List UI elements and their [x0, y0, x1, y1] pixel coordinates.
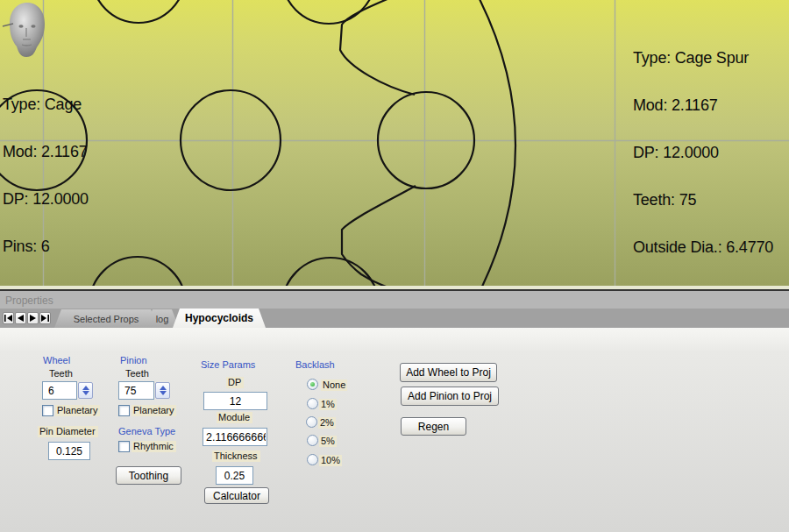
wheel-group-label: Wheel	[43, 355, 70, 365]
spin-down-icon[interactable]	[82, 391, 89, 395]
tab-scroll-prev-button[interactable]	[15, 312, 26, 324]
backlash-10pct-radio[interactable]	[307, 454, 318, 465]
wheel-planetary-checkbox[interactable]	[42, 405, 53, 416]
pinion-teeth-stepper[interactable]	[155, 382, 170, 399]
wheel-teeth-stepper[interactable]	[78, 382, 93, 399]
panel-title: Properties	[5, 294, 53, 307]
add-pinion-to-proj-button[interactable]: Add Pinion to Proj	[401, 387, 499, 406]
wheel-teeth-input[interactable]	[42, 381, 77, 400]
pinion-group-label: Pinion	[120, 355, 147, 365]
tab-bar: Selected Props log Hypocycloids	[0, 309, 789, 328]
backlash-1pct-label: 1%	[319, 399, 337, 410]
pinion-planetary-checkbox[interactable]	[118, 405, 130, 416]
backlash-5pct-radio[interactable]	[307, 435, 318, 446]
dp-label: DP	[226, 377, 244, 388]
tab-scroll-next-button[interactable]	[27, 312, 39, 324]
pinion-teeth-label: Teeth	[125, 368, 149, 379]
gear-drawing-canvas[interactable]: Type: Cage Mod: 2.1167 DP: 12.0000 Pins:…	[0, 0, 789, 286]
spin-down-icon[interactable]	[160, 391, 167, 395]
info-line: Pins: 6	[3, 238, 143, 254]
info-line: Mod: 2.1167	[3, 144, 143, 160]
properties-panel-header: Properties	[0, 291, 789, 309]
tab-scroll-last-button[interactable]	[39, 312, 51, 324]
info-line: DP: 12.0000	[3, 191, 143, 207]
backlash-2pct-label: 2%	[318, 417, 336, 429]
size-params-label: Size Params	[201, 359, 255, 370]
tab-scroll-first-button[interactable]	[3, 312, 14, 324]
backlash-none-radio[interactable]	[307, 379, 318, 390]
backlash-1pct-radio[interactable]	[307, 398, 318, 409]
toothing-button[interactable]: Toothing	[116, 466, 181, 485]
next-icon	[30, 315, 36, 322]
info-line: Mod: 2.1167	[633, 97, 773, 113]
calculator-button[interactable]: Calculator	[204, 487, 269, 504]
spin-up-icon[interactable]	[82, 386, 89, 390]
geneva-type-label: Geneva Type	[118, 426, 175, 436]
hypocycloids-form: Wheel Teeth Planetary Pin Diameter Pinio…	[0, 328, 789, 532]
backlash-none-label: None	[321, 379, 347, 391]
info-line: Outside Dia.: 6.4770	[633, 239, 773, 255]
last-icon	[41, 315, 49, 322]
pinion-teeth-input[interactable]	[118, 381, 154, 400]
backlash-10pct-label: 10%	[319, 455, 342, 466]
rhythmic-checkbox[interactable]	[118, 441, 130, 452]
regen-button[interactable]: Regen	[401, 417, 466, 436]
backlash-5pct-label: 5%	[319, 436, 337, 447]
dp-input[interactable]	[203, 392, 267, 410]
tab-selected-props[interactable]: Selected Props	[54, 309, 158, 328]
wheel-teeth-label: Teeth	[49, 368, 73, 379]
tab-hypocycloids[interactable]: Hypocycloids	[173, 309, 266, 328]
info-line: DP: 12.0000	[633, 145, 773, 160]
prev-icon	[18, 315, 24, 322]
spin-up-icon[interactable]	[160, 386, 167, 390]
backlash-2pct-radio[interactable]	[306, 416, 317, 428]
module-label: Module	[217, 412, 252, 423]
backlash-group-label: Backlash	[295, 359, 335, 370]
add-wheel-to-proj-button[interactable]: Add Wheel to Proj	[400, 363, 497, 382]
thickness-label: Thickness	[212, 450, 260, 462]
first-icon	[4, 315, 12, 322]
module-input[interactable]	[203, 428, 267, 446]
wheel-planetary-label: Planetary	[55, 405, 100, 416]
pin-diameter-input[interactable]	[48, 442, 90, 460]
pin-diameter-label: Pin Diameter	[38, 426, 98, 437]
info-line: Teeth: 75	[633, 192, 773, 208]
info-line: Type: Cage Spur	[633, 50, 773, 66]
info-line: Type: Cage	[3, 96, 143, 112]
rhythmic-label: Rhythmic	[132, 441, 176, 452]
pinion-planetary-label: Planetary	[132, 405, 176, 416]
thickness-input[interactable]	[216, 466, 253, 485]
